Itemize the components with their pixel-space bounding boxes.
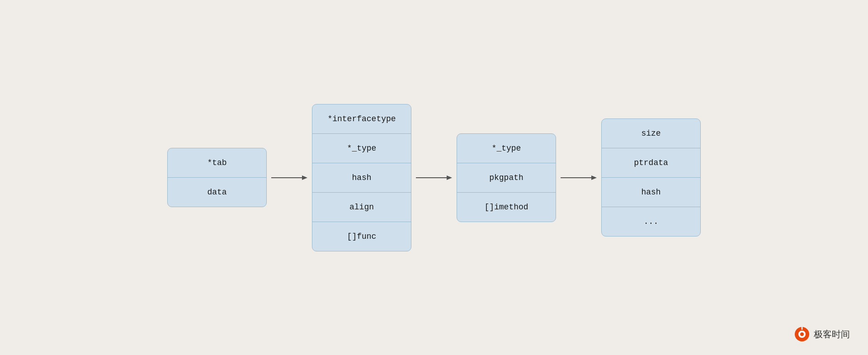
box-tab: *tab data (167, 148, 267, 207)
box-interfacetype: *interfacetype *_type hash align []func (312, 104, 411, 251)
row-type-pkgpath: pkgpath (457, 163, 556, 193)
row-interfacetype-hash: hash (312, 163, 411, 193)
row-tab-star: *tab (168, 148, 266, 178)
svg-marker-1 (302, 175, 307, 180)
arrow-3 (561, 164, 597, 191)
box-type-detail: size ptrdata hash ... (601, 118, 701, 237)
svg-point-8 (800, 332, 804, 336)
row-type-imethod: []imethod (457, 193, 556, 222)
row-interfacetype-align: align (312, 193, 411, 222)
row-detail-ptrdata: ptrdata (602, 148, 700, 178)
watermark-logo-icon (794, 326, 810, 342)
row-interfacetype-star: *interfacetype (312, 104, 411, 134)
row-interfacetype-func: []func (312, 222, 411, 251)
diagram-container: *tab data *interfacetype *_type hash ali… (0, 0, 868, 355)
arrow-1 (271, 164, 307, 191)
arrow-2 (416, 164, 452, 191)
diagram-inner: *tab data *interfacetype *_type hash ali… (167, 104, 701, 251)
row-detail-size: size (602, 119, 700, 148)
row-interfacetype-type: *_type (312, 134, 411, 163)
svg-marker-5 (591, 175, 597, 180)
row-tab-data: data (168, 178, 266, 207)
box-type: *_type pkgpath []imethod (457, 133, 556, 222)
row-type-star: *_type (457, 134, 556, 163)
row-detail-hash: hash (602, 178, 700, 207)
watermark: 极客时间 (794, 326, 850, 342)
row-detail-ellipsis: ... (602, 207, 700, 236)
watermark-text: 极客时间 (814, 328, 850, 341)
svg-marker-3 (447, 175, 452, 180)
